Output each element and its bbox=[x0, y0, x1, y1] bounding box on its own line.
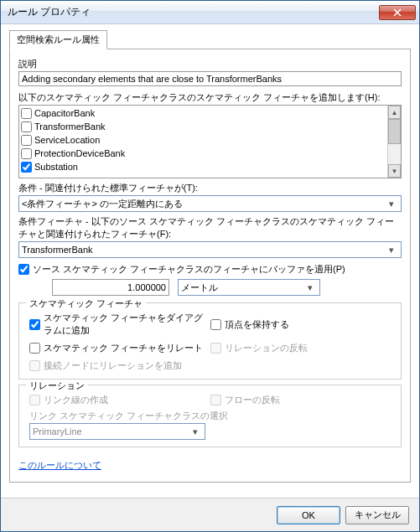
chevron-down-icon: ▾ bbox=[385, 197, 398, 210]
about-rule-link[interactable]: このルールについて bbox=[18, 459, 101, 472]
desc-label: 説明 bbox=[18, 58, 402, 70]
tab-spatial-rule[interactable]: 空間検索ルール属性 bbox=[9, 30, 107, 49]
dialog-window: ルール プロパティ 空間検索ルール属性 説明 以下のスケマティック フィーチャク… bbox=[0, 0, 420, 532]
schematic-feature-group: スケマティック フィーチャ スケマティック フィーチャをダイアグラムに追加 頂点… bbox=[18, 302, 402, 380]
tab-panel: 説明 以下のスケマティック フィーチャクラスのスケマティック フィーチャを追加し… bbox=[9, 49, 411, 483]
condition-feature-combo[interactable]: TransformerBank ▾ bbox=[18, 241, 402, 258]
checkbox[interactable] bbox=[21, 135, 32, 146]
scroll-up-icon[interactable]: ▲ bbox=[388, 106, 401, 119]
checkbox[interactable] bbox=[21, 162, 32, 173]
scrollbar[interactable]: ▲ ▼ bbox=[387, 106, 401, 178]
buffer-checkbox[interactable] bbox=[18, 264, 29, 275]
add-diagram-checkbox[interactable] bbox=[29, 319, 40, 330]
list-item[interactable]: ServiceLocation bbox=[21, 133, 399, 147]
checkbox[interactable] bbox=[21, 108, 32, 119]
tabbar: 空間検索ルール属性 bbox=[9, 29, 411, 49]
chevron-down-icon: ▾ bbox=[385, 243, 398, 256]
chevron-down-icon: ▾ bbox=[189, 425, 202, 438]
list-item[interactable]: TransformerBank bbox=[21, 120, 399, 133]
content-area: 空間検索ルール属性 説明 以下のスケマティック フィーチャクラスのスケマティック… bbox=[1, 24, 419, 519]
buffer-value-input[interactable] bbox=[52, 279, 169, 296]
feature-class-listbox[interactable]: CapacitorBank TransformerBank ServiceLoc… bbox=[18, 105, 402, 178]
scroll-thumb[interactable] bbox=[388, 119, 401, 144]
desc-input[interactable] bbox=[18, 71, 402, 86]
buffer-label: ソース スケマティック フィーチャクラスのフィーチャにバッファを適用(P) bbox=[33, 263, 345, 276]
list-label: 以下のスケマティック フィーチャクラスのスケマティック フィーチャを追加します(… bbox=[18, 91, 402, 104]
flow-reverse-checkbox bbox=[210, 395, 221, 405]
chevron-down-icon: ▾ bbox=[303, 281, 317, 294]
close-button[interactable] bbox=[379, 5, 416, 20]
list-item[interactable]: ProtectionDeviceBank bbox=[21, 147, 399, 160]
list-item[interactable]: CapacitorBank bbox=[21, 106, 399, 120]
relation-reverse-checkbox bbox=[210, 343, 221, 354]
checkbox[interactable] bbox=[21, 148, 32, 159]
condition-combo[interactable]: <条件フィーチャ> の一定距離内にある ▾ bbox=[18, 195, 402, 212]
cond-feat-label: 条件フィーチャ - 以下のソース スケマティック フィーチャクラスのスケマティッ… bbox=[18, 215, 402, 240]
group-legend: スケマティック フィーチャ bbox=[26, 297, 146, 310]
link-class-label: リンク スケマティック フィーチャクラスの選択 bbox=[29, 410, 391, 422]
buffer-unit-combo[interactable]: メートル ▾ bbox=[178, 279, 320, 296]
title-text: ルール プロパティ bbox=[8, 5, 91, 19]
relation-group: リレーション リンク線の作成 フローの反転 リンク スケマティック フィーチャク… bbox=[18, 385, 402, 447]
checkbox[interactable] bbox=[21, 121, 32, 132]
keep-vertex-checkbox[interactable] bbox=[210, 319, 221, 330]
link-create-checkbox bbox=[29, 395, 40, 405]
ok-button[interactable]: OK bbox=[277, 506, 340, 524]
list-item[interactable]: Substation bbox=[21, 160, 399, 173]
group-legend: リレーション bbox=[26, 380, 88, 392]
scroll-down-icon[interactable]: ▼ bbox=[388, 164, 401, 178]
titlebar: ルール プロパティ bbox=[1, 1, 419, 24]
cond-label: 条件 - 関連付けられた標準フィーチャが(T): bbox=[18, 182, 402, 194]
add-relation-conn-checkbox bbox=[29, 360, 40, 371]
dialog-footer: OK キャンセル bbox=[1, 498, 419, 531]
cancel-button[interactable]: キャンセル bbox=[345, 506, 409, 524]
relate-checkbox[interactable] bbox=[29, 343, 40, 354]
link-class-combo: PrimaryLine ▾ bbox=[29, 423, 205, 440]
